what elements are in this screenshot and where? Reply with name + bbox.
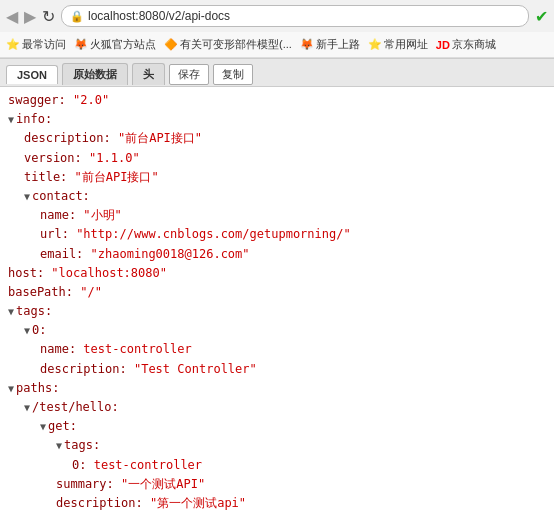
host-key: host:	[8, 264, 44, 283]
bookmark-label: 常用网址	[384, 37, 428, 52]
tags-0-desc-line: description: "Test Controller"	[8, 360, 546, 379]
paths-hello-key: /test/hello:	[32, 398, 119, 417]
version-line: version: "1.1.0"	[8, 149, 546, 168]
paths-line: ▼ paths:	[8, 379, 546, 398]
contact-name-key: name:	[40, 206, 76, 225]
description-key: description:	[24, 129, 111, 148]
description-line: description: "前台API接口"	[8, 129, 546, 148]
shield-icon: ✔	[535, 7, 548, 26]
bookmark-jd[interactable]: JD 京东商城	[436, 37, 496, 52]
info-toggle[interactable]: ▼	[8, 112, 14, 128]
contact-email-val: "zhaoming0018@126.com"	[91, 245, 250, 264]
contact-email-line: email: "zhaoming0018@126.com"	[8, 245, 546, 264]
basepath-line: basePath: "/"	[8, 283, 546, 302]
tags-0-name-line: name: test-controller	[8, 340, 546, 359]
tags-0-toggle[interactable]: ▼	[24, 323, 30, 339]
paths-hello-get-toggle[interactable]: ▼	[40, 419, 46, 435]
tags-toggle[interactable]: ▼	[8, 304, 14, 320]
description-val: "前台API接口"	[118, 129, 202, 148]
save-button[interactable]: 保存	[169, 64, 209, 85]
contact-url-key: url:	[40, 225, 69, 244]
bookmark-label: 最常访问	[22, 37, 66, 52]
paths-hello-get-summary-val: "一个测试API"	[121, 475, 205, 494]
paths-hello-get-tags-0-key: 0:	[72, 456, 86, 475]
bookmark-zuichang[interactable]: ⭐ 最常访问	[6, 37, 66, 52]
info-line: ▼ info:	[8, 110, 546, 129]
address-text: localhost:8080/v2/api-docs	[88, 9, 230, 23]
paths-hello-get-key: get:	[48, 417, 77, 436]
basepath-key: basePath:	[8, 283, 73, 302]
bookmarks-bar: ⭐ 最常访问 🦊 火狐官方站点 🔶 有关可变形部件模型(... 🦊 新手上路 ⭐…	[0, 32, 554, 58]
contact-toggle[interactable]: ▼	[24, 189, 30, 205]
paths-hello-get-tags-0-val: test-controller	[94, 456, 202, 475]
tab-raw[interactable]: 原始数据	[62, 63, 128, 85]
paths-hello-toggle[interactable]: ▼	[24, 400, 30, 416]
bookmark-common[interactable]: ⭐ 常用网址	[368, 37, 428, 52]
title-key: title:	[24, 168, 67, 187]
contact-key: contact:	[32, 187, 90, 206]
contact-email-key: email:	[40, 245, 83, 264]
title-line: title: "前台API接口"	[8, 168, 546, 187]
host-line: host: "localhost:8080"	[8, 264, 546, 283]
contact-name-line: name: "小明"	[8, 206, 546, 225]
bookmark-firefox[interactable]: 🦊 火狐官方站点	[74, 37, 156, 52]
tags-0-name-val: test-controller	[83, 340, 191, 359]
tags-line: ▼ tags:	[8, 302, 546, 321]
host-val: "localhost:8080"	[51, 264, 167, 283]
tab-area: JSON 原始数据 头 保存 复制	[0, 59, 554, 87]
tags-0-key: 0:	[32, 321, 46, 340]
paths-hello-get-desc-val: "第一个测试api"	[150, 494, 246, 512]
version-val: "1.1.0"	[89, 149, 140, 168]
json-content: swagger: "2.0" ▼ info: description: "前台A…	[0, 87, 554, 512]
address-bar[interactable]: 🔒 localhost:8080/v2/api-docs	[61, 5, 529, 27]
bookmark-label: 新手上路	[316, 37, 360, 52]
bookmark-newuser[interactable]: 🦊 新手上路	[300, 37, 360, 52]
tags-0-line: ▼ 0:	[8, 321, 546, 340]
paths-hello-get-line: ▼ get:	[8, 417, 546, 436]
forward-button[interactable]: ▶	[24, 7, 36, 26]
version-key: version:	[24, 149, 82, 168]
bookmark-label: 有关可变形部件模型(...	[180, 37, 292, 52]
contact-url-val: "http://www.cnblogs.com/getupmorning/"	[76, 225, 351, 244]
paths-key: paths:	[16, 379, 59, 398]
bookmark-model[interactable]: 🔶 有关可变形部件模型(...	[164, 37, 292, 52]
refresh-button[interactable]: ↻	[42, 7, 55, 26]
swagger-line: swagger: "2.0"	[8, 91, 546, 110]
tags-key: tags:	[16, 302, 52, 321]
paths-hello-get-tags-toggle[interactable]: ▼	[56, 438, 62, 454]
back-button[interactable]: ◀	[6, 7, 18, 26]
paths-hello-get-tags-0-line: 0: test-controller	[8, 456, 546, 475]
tags-0-name-key: name:	[40, 340, 76, 359]
bookmark-label: 京东商城	[452, 37, 496, 52]
copy-button[interactable]: 复制	[213, 64, 253, 85]
contact-line: ▼ contact:	[8, 187, 546, 206]
tab-header[interactable]: 头	[132, 63, 165, 85]
swagger-key: swagger:	[8, 91, 66, 110]
paths-hello-get-summary-key: summary:	[56, 475, 114, 494]
paths-hello-get-tags-line: ▼ tags:	[8, 436, 546, 455]
nav-bar: ◀ ▶ ↻ 🔒 localhost:8080/v2/api-docs ✔	[0, 0, 554, 32]
paths-hello-get-summary-line: summary: "一个测试API"	[8, 475, 546, 494]
paths-toggle[interactable]: ▼	[8, 381, 14, 397]
swagger-val: "2.0"	[73, 91, 109, 110]
contact-name-val: "小明"	[83, 206, 121, 225]
paths-hello-get-desc-line: description: "第一个测试api"	[8, 494, 546, 512]
tab-json[interactable]: JSON	[6, 65, 58, 84]
paths-hello-get-tags-key: tags:	[64, 436, 100, 455]
paths-hello-line: ▼ /test/hello:	[8, 398, 546, 417]
basepath-val: "/"	[80, 283, 102, 302]
info-key: info:	[16, 110, 52, 129]
tags-0-desc-key: description:	[40, 360, 127, 379]
tags-0-desc-val: "Test Controller"	[134, 360, 257, 379]
security-icon: 🔒	[70, 10, 84, 23]
bookmark-label: 火狐官方站点	[90, 37, 156, 52]
title-val: "前台API接口"	[75, 168, 159, 187]
browser-chrome: ◀ ▶ ↻ 🔒 localhost:8080/v2/api-docs ✔ ⭐ 最…	[0, 0, 554, 59]
contact-url-line: url: "http://www.cnblogs.com/getupmornin…	[8, 225, 546, 244]
paths-hello-get-desc-key: description:	[56, 494, 143, 512]
